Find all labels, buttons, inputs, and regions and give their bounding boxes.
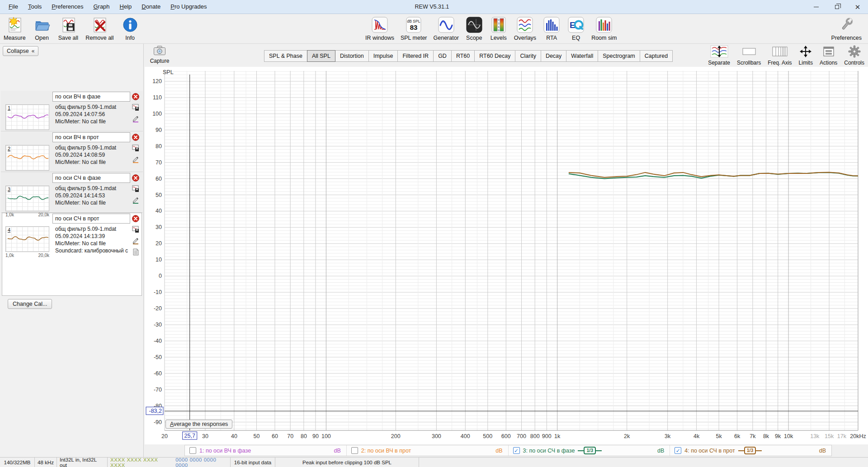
legend-item[interactable]: 1: по оси ВЧ в фазе dB bbox=[185, 445, 347, 456]
measurement-thumbnail[interactable]: 1 bbox=[5, 104, 49, 130]
svg-text:60: 60 bbox=[156, 176, 162, 182]
trace-visibility-checkbox[interactable] bbox=[189, 447, 196, 454]
measurement-card-2[interactable]: 2 1,0k20,0k общ фильтр 5.09-1.mdat 05.09… bbox=[1, 131, 143, 172]
measurement-name-input[interactable] bbox=[52, 173, 130, 183]
collapse-panel-button[interactable]: Collapse « bbox=[3, 46, 38, 56]
delete-measurement-button[interactable] bbox=[132, 134, 139, 141]
measurement-mic-cal: Mic/Meter: No cal file bbox=[55, 118, 131, 125]
removeall-button[interactable]: Remove all bbox=[85, 16, 114, 41]
trace-color-pencil-icon[interactable] bbox=[132, 156, 139, 165]
freqaxis-button[interactable]: Freq. Axis bbox=[768, 45, 792, 66]
legend-item[interactable]: ✓ 3: по оси СЧ в фазе 1/3 dB bbox=[509, 445, 670, 456]
tab-impulse[interactable]: Impulse bbox=[368, 50, 398, 62]
save-measurement-icon[interactable] bbox=[132, 104, 139, 113]
change-cal-button[interactable]: Change Cal... bbox=[8, 299, 52, 309]
tab-clarity[interactable]: Clarity bbox=[515, 50, 541, 62]
tab-all-spl[interactable]: All SPL bbox=[307, 50, 335, 62]
info-button[interactable]: Info bbox=[121, 16, 139, 41]
spl-plot-svg[interactable]: SPL1201101009080706050403020100-10-20-30… bbox=[145, 67, 868, 444]
legend-item[interactable]: 2: по оси ВЧ в прот dB bbox=[347, 445, 509, 456]
separate-button[interactable]: Separate bbox=[708, 45, 730, 66]
measurement-thumbnail[interactable]: 2 bbox=[5, 145, 49, 171]
smoothing-badge[interactable]: 1/3 bbox=[738, 447, 762, 454]
delete-measurement-button[interactable] bbox=[132, 174, 139, 182]
measurement-thumbnail[interactable]: 4 bbox=[5, 226, 49, 252]
tab-filtered-ir[interactable]: Filtered IR bbox=[397, 50, 434, 62]
close-button[interactable]: ✕ bbox=[847, 0, 868, 14]
svg-text:dB SPL: dB SPL bbox=[407, 19, 420, 23]
spl-chart[interactable]: SPL1201101009080706050403020100-10-20-30… bbox=[145, 67, 868, 444]
tab-captured[interactable]: Captured bbox=[640, 50, 673, 62]
trace-visibility-checkbox[interactable]: ✓ bbox=[513, 447, 520, 454]
tab-spectrogram[interactable]: Spectrogram bbox=[598, 50, 640, 62]
measurement-thumbnail[interactable]: 3 bbox=[5, 186, 49, 211]
save-measurement-icon[interactable] bbox=[132, 145, 139, 154]
save-measurement-icon[interactable] bbox=[132, 185, 139, 194]
scrollbars-button[interactable]: Scrollbars bbox=[737, 45, 761, 66]
trace-visibility-checkbox[interactable] bbox=[351, 447, 358, 454]
tab-rt60[interactable]: RT60 bbox=[451, 50, 475, 62]
overlays-button[interactable]: Overlays bbox=[514, 16, 536, 41]
smoothing-badge[interactable]: 1/3 bbox=[578, 447, 602, 454]
measurement-name-input[interactable] bbox=[52, 214, 130, 224]
svg-text:100: 100 bbox=[152, 111, 162, 117]
menu-file[interactable]: File bbox=[4, 0, 23, 14]
rta-button[interactable]: RTA bbox=[542, 16, 561, 41]
trace-label[interactable]: 2: по оси ВЧ в прот bbox=[361, 448, 411, 454]
svg-text:-40: -40 bbox=[154, 338, 162, 344]
irwindows-button[interactable]: IR windows bbox=[365, 16, 394, 41]
trace-color-pencil-icon[interactable] bbox=[132, 115, 139, 124]
menu-donate[interactable]: Donate bbox=[137, 0, 165, 14]
tab-decay[interactable]: Decay bbox=[541, 50, 566, 62]
tab-distortion[interactable]: Distortion bbox=[335, 50, 369, 62]
generator-button[interactable]: Generator bbox=[434, 16, 459, 41]
saveall-button[interactable]: Save all bbox=[58, 16, 78, 41]
measurement-card-1[interactable]: 1 1,0k20,0k общ фильтр 5.09-1.mdat 05.09… bbox=[1, 91, 143, 131]
toolbar-center-group: IR windowsdB SPL83 SPL meter Generator S… bbox=[365, 16, 617, 41]
status-memory: 140/322MB bbox=[0, 458, 35, 467]
svg-text:70: 70 bbox=[156, 159, 162, 166]
measurement-card-3[interactable]: 3 1,0k20,0k общ фильтр 5.09-1.mdat 05.09… bbox=[1, 172, 143, 213]
trace-color-pencil-icon[interactable] bbox=[132, 237, 139, 246]
measure-button[interactable]: Measure bbox=[4, 16, 26, 41]
tab-rt60-decay[interactable]: RT60 Decay bbox=[474, 50, 515, 62]
tab-spl-phase[interactable]: SPL & Phase bbox=[264, 50, 307, 62]
preferences-button[interactable]: Preferences bbox=[831, 16, 862, 41]
scope-button[interactable]: Scope bbox=[465, 16, 483, 41]
legend-item[interactable]: ✓ 4: по оси СЧ в прот 1/3 dB bbox=[670, 445, 831, 456]
minimize-icon bbox=[814, 7, 819, 7]
limits-label: Limits bbox=[799, 60, 813, 66]
restore-button[interactable] bbox=[826, 0, 847, 14]
menu-graph[interactable]: Graph bbox=[88, 0, 114, 14]
controls-button[interactable]: Controls bbox=[844, 45, 864, 66]
measurement-file: общ фильтр 5.09-1.mdat bbox=[55, 225, 131, 233]
splmeter-button[interactable]: dB SPL83 SPL meter bbox=[401, 16, 427, 41]
menu-pro-upgrades[interactable]: Pro Upgrades bbox=[165, 0, 212, 14]
actions-button[interactable]: Actions bbox=[820, 45, 837, 66]
trace-label[interactable]: 1: по оси ВЧ в фазе bbox=[199, 448, 251, 454]
trace-color-pencil-icon[interactable] bbox=[132, 196, 139, 205]
measurement-card-4[interactable]: 4 1,0k20,0k общ фильтр 5.09-1.mdat 05.09… bbox=[1, 213, 143, 261]
notes-icon[interactable] bbox=[132, 248, 139, 257]
save-measurement-icon[interactable] bbox=[132, 226, 139, 235]
limits-button[interactable]: Limits bbox=[799, 45, 813, 66]
measurement-name-input[interactable] bbox=[52, 132, 130, 142]
delete-measurement-button[interactable] bbox=[132, 215, 139, 222]
trace-label[interactable]: 4: по оси СЧ в прот bbox=[684, 448, 735, 454]
trace-visibility-checkbox[interactable]: ✓ bbox=[675, 447, 681, 454]
trace-label[interactable]: 3: по оси СЧ в фазе bbox=[523, 448, 575, 454]
measurement-name-input[interactable] bbox=[52, 92, 130, 102]
menu-help[interactable]: Help bbox=[115, 0, 137, 14]
eq-button[interactable]: E EQ bbox=[567, 16, 585, 41]
roomsim-button[interactable]: Room sim bbox=[591, 16, 617, 41]
tab-waterfall[interactable]: Waterfall bbox=[566, 50, 598, 62]
delete-measurement-button[interactable] bbox=[132, 93, 139, 100]
tab-gd[interactable]: GD bbox=[433, 50, 452, 62]
menu-tools[interactable]: Tools bbox=[23, 0, 47, 14]
capture-button[interactable]: Capture bbox=[149, 46, 170, 64]
menu-preferences[interactable]: Preferences bbox=[47, 0, 88, 14]
open-button[interactable]: Open bbox=[33, 16, 51, 41]
levels-button[interactable]: 0369 Levels bbox=[490, 16, 508, 41]
toolbar-left-group: Measure Open Save all Remove all Info bbox=[4, 16, 139, 41]
minimize-button[interactable] bbox=[806, 0, 826, 14]
